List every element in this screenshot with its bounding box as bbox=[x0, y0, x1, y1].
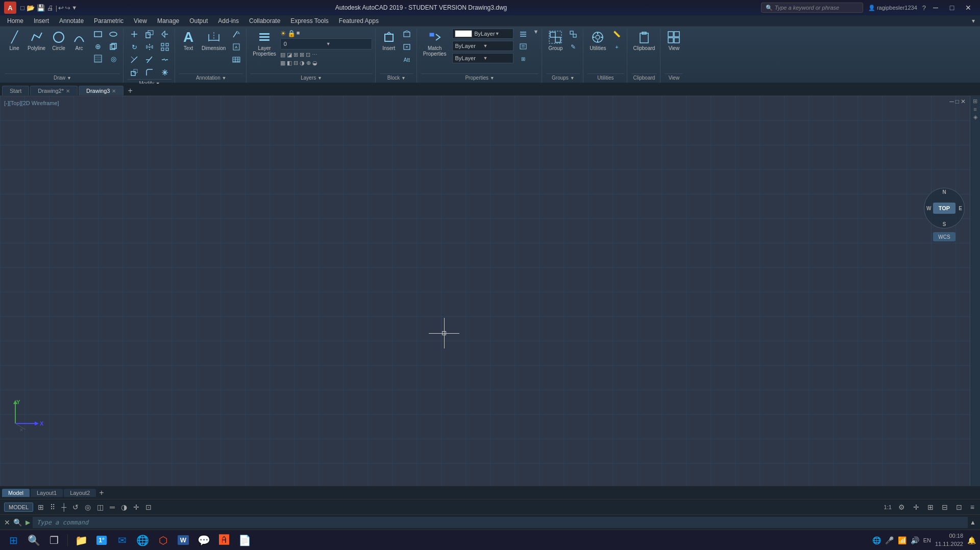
chrome-button[interactable]: ⬡ bbox=[154, 531, 172, 549]
layer-lock-icon[interactable]: 🔒 bbox=[287, 30, 296, 37]
word-button[interactable]: W bbox=[174, 531, 192, 549]
text-button[interactable]: A Text bbox=[179, 29, 198, 53]
autocad2-button[interactable]: 🅰 bbox=[215, 531, 233, 549]
wcs-button[interactable]: WCS bbox=[933, 232, 955, 241]
qat-undo-icon[interactable]: ↩ bbox=[58, 4, 64, 12]
drawing3-tab[interactable]: Drawing3 ✕ bbox=[79, 86, 124, 95]
acrobat-button[interactable]: 📄 bbox=[235, 531, 254, 549]
otrack-icon[interactable]: ◫ bbox=[95, 502, 105, 512]
layer-btn11[interactable]: ⊕ bbox=[306, 60, 311, 66]
menu-home[interactable]: Home bbox=[2, 16, 29, 26]
layer-btn12[interactable]: ◒ bbox=[312, 60, 317, 66]
cmd-clear-button[interactable]: ✕ bbox=[2, 517, 12, 528]
layer-btn1[interactable]: ▤ bbox=[280, 52, 285, 58]
transparency-status-icon[interactable]: ◑ bbox=[119, 502, 129, 512]
measure-button[interactable]: 📏 bbox=[610, 29, 624, 40]
create-block-button[interactable] bbox=[400, 29, 413, 40]
properties-expand[interactable]: ▼ bbox=[533, 29, 538, 35]
model-tab[interactable]: Model bbox=[2, 489, 30, 497]
ellipse-button[interactable] bbox=[107, 29, 120, 40]
list-prop-button[interactable] bbox=[517, 29, 530, 40]
menu-insert[interactable]: Insert bbox=[29, 16, 54, 26]
menu-collaborate[interactable]: Collaborate bbox=[244, 16, 285, 26]
snap-icon[interactable]: ⠿ bbox=[48, 502, 57, 512]
drawing2-tab[interactable]: Drawing2* ✕ bbox=[30, 86, 78, 95]
layer-btn7[interactable]: ▦ bbox=[280, 60, 285, 66]
layer-freeze-icon[interactable]: ☀ bbox=[280, 30, 286, 37]
cmd-expand-button[interactable]: ▲ bbox=[968, 517, 978, 528]
line-button[interactable]: ╱ Line bbox=[5, 29, 23, 53]
utilities-button[interactable]: Utilities bbox=[587, 29, 608, 53]
trim-button[interactable] bbox=[128, 54, 141, 65]
polyline-button[interactable]: Polyline bbox=[26, 29, 47, 53]
qat-save-icon[interactable]: 💾 bbox=[37, 4, 45, 12]
hatch-button[interactable] bbox=[91, 53, 105, 64]
group-button[interactable]: Group bbox=[546, 29, 565, 53]
volume-tray-icon[interactable]: 🔊 bbox=[911, 536, 919, 544]
layer-btn9[interactable]: ⊟ bbox=[293, 60, 298, 66]
qat-new-icon[interactable]: □ bbox=[20, 4, 24, 12]
right-panel-btn1[interactable]: ⊞ bbox=[973, 98, 977, 105]
match-properties-button[interactable]: MatchProperties bbox=[421, 29, 449, 58]
zoom-icon[interactable]: ✛ bbox=[912, 502, 921, 512]
qat-open-icon[interactable]: 📂 bbox=[27, 4, 35, 12]
add-layout-button[interactable]: + bbox=[97, 488, 106, 497]
layout2-tab[interactable]: Layout2 bbox=[64, 489, 96, 497]
insert-button[interactable]: Insert bbox=[380, 29, 398, 53]
annotate-icon[interactable]: ⊡ bbox=[144, 502, 153, 512]
array-button[interactable] bbox=[158, 41, 172, 53]
ribbon-toggle[interactable]: ▾ bbox=[969, 17, 978, 24]
fillet-button[interactable] bbox=[143, 67, 156, 78]
color-dropdown[interactable]: ByLayer ▼ bbox=[452, 29, 513, 39]
selection-icon[interactable]: ✛ bbox=[132, 502, 141, 512]
drawing2-close-icon[interactable]: ✕ bbox=[66, 88, 70, 94]
start-button[interactable]: ⊞ bbox=[4, 531, 22, 549]
rotate-button[interactable]: ↻ bbox=[128, 41, 141, 53]
region-button[interactable]: ◎ bbox=[107, 53, 120, 64]
qat-dropdown[interactable]: ▼ bbox=[71, 5, 77, 11]
layer-color-icon[interactable]: ■ bbox=[297, 30, 300, 37]
help-icon[interactable]: ? bbox=[922, 4, 926, 12]
drawing3-close-icon[interactable]: ✕ bbox=[112, 88, 116, 94]
layer-btn3[interactable]: ⊞ bbox=[293, 52, 298, 58]
search-taskbar-button[interactable]: 🔍 bbox=[24, 531, 43, 549]
ortho-icon[interactable]: ┼ bbox=[60, 502, 68, 512]
settings-icon[interactable]: ⚙ bbox=[897, 502, 906, 512]
cmd-search-button[interactable]: 🔍 bbox=[12, 517, 22, 528]
viewport-minimize-icon[interactable]: ─ bbox=[949, 98, 954, 105]
maximize-button[interactable]: □ bbox=[944, 3, 960, 13]
notification-tray-icon[interactable]: 🔔 bbox=[967, 536, 976, 544]
model-badge[interactable]: MODEL bbox=[4, 503, 33, 512]
define-attr-button[interactable]: Att bbox=[400, 54, 413, 65]
circle-button[interactable]: Circle bbox=[50, 29, 68, 53]
menu-parametric[interactable]: Parametric bbox=[89, 16, 129, 26]
fullscreen-icon[interactable]: ⊡ bbox=[954, 502, 964, 512]
layer-btn10[interactable]: ◑ bbox=[300, 60, 305, 66]
right-panel-btn2[interactable]: ≡ bbox=[973, 106, 976, 112]
id-point-button[interactable]: + bbox=[610, 41, 624, 53]
move-modify-button[interactable] bbox=[128, 29, 141, 40]
mtext-button[interactable]: A bbox=[230, 41, 243, 53]
osnap-icon[interactable]: ◎ bbox=[83, 502, 92, 512]
menu-manage[interactable]: Manage bbox=[152, 16, 184, 26]
polar-icon[interactable]: ↺ bbox=[71, 502, 80, 512]
linetype-dropdown[interactable]: ByLayer ▼ bbox=[452, 41, 513, 51]
explode-button[interactable] bbox=[158, 67, 172, 78]
viewcube[interactable]: N S E W TOP WCS bbox=[924, 188, 965, 241]
mic-tray-icon[interactable]: 🎤 bbox=[885, 536, 894, 544]
extend-button[interactable] bbox=[143, 54, 156, 65]
network-tray-icon[interactable]: 🌐 bbox=[872, 536, 881, 544]
viewport-maximize-icon[interactable]: □ bbox=[955, 98, 959, 105]
layout1-tab[interactable]: Layout1 bbox=[31, 489, 63, 497]
right-panel-btn3[interactable]: ◈ bbox=[973, 114, 977, 120]
viewport-close-icon[interactable]: ✕ bbox=[961, 98, 966, 105]
wifi-tray-icon[interactable]: 📶 bbox=[898, 536, 906, 544]
menu-addins[interactable]: Add-ins bbox=[213, 16, 244, 26]
mirror-button[interactable] bbox=[143, 41, 156, 53]
ungroup-button[interactable] bbox=[567, 29, 580, 40]
menu-annotate[interactable]: Annotate bbox=[54, 16, 89, 26]
layer-btn4[interactable]: ⊠ bbox=[300, 52, 304, 58]
workspace-icon[interactable]: ⊟ bbox=[940, 502, 949, 512]
clipboard-button[interactable]: Clipboard bbox=[631, 29, 657, 53]
arc-button[interactable]: Arc bbox=[70, 29, 88, 53]
